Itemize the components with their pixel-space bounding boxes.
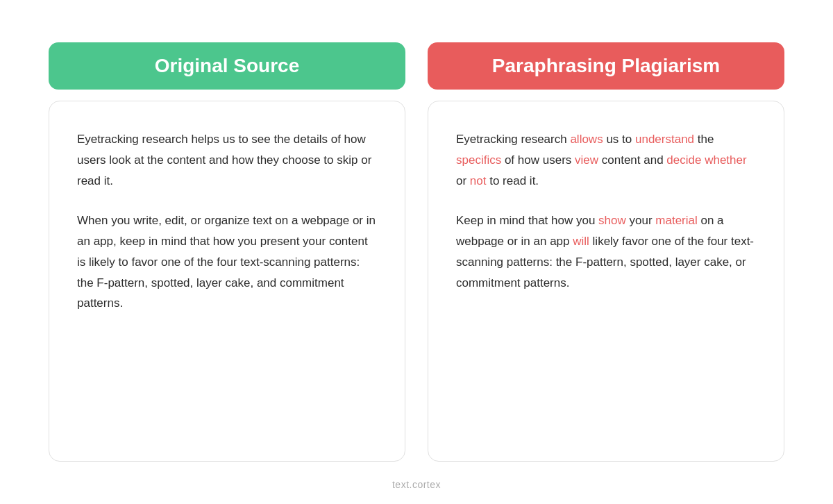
right-column: Paraphrasing Plagiarism Eyetracking rese…	[428, 42, 784, 462]
p2-text1: Keep in mind that how you	[456, 214, 598, 227]
p1-highlight-understand: understand	[635, 133, 694, 146]
p1-highlight-allows: allows	[570, 133, 603, 146]
p1-highlight-not: not	[470, 174, 487, 187]
watermark: text.cortex	[392, 479, 441, 490]
p1-text2: us to	[603, 133, 635, 146]
original-paragraph-1: Eyetracking research helps us to see the…	[77, 129, 377, 191]
p1-highlight-view: view	[575, 153, 598, 167]
plagiarism-paragraph-1: Eyetracking research allows us to unders…	[456, 129, 756, 191]
original-source-header: Original Source	[49, 42, 405, 90]
p1-highlight-decide: decide whether	[666, 153, 746, 167]
left-column: Original Source Eyetracking research hel…	[49, 42, 405, 462]
p2-highlight-will: will	[573, 235, 589, 248]
p2-highlight-show: show	[598, 214, 626, 227]
original-paragraph-2: When you write, edit, or organize text o…	[77, 210, 377, 314]
p1-text1: Eyetracking research	[456, 133, 570, 146]
p1-text5: content and	[598, 153, 666, 167]
p1-text4: of how users	[501, 153, 575, 167]
p2-highlight-material: material	[655, 214, 697, 227]
p1-text7: to read it.	[486, 174, 539, 187]
plagiarism-header: Paraphrasing Plagiarism	[428, 42, 784, 90]
plagiarism-paragraph-2: Keep in mind that how you show your mate…	[456, 210, 756, 293]
p1-text6: or	[456, 174, 470, 187]
main-container: Original Source Eyetracking research hel…	[49, 42, 784, 462]
original-source-card: Eyetracking research helps us to see the…	[49, 101, 405, 462]
p2-text2: your	[626, 214, 656, 227]
plagiarism-card: Eyetracking research allows us to unders…	[428, 101, 784, 462]
p1-highlight-specifics: specifics	[456, 153, 501, 167]
p1-text3: the	[694, 133, 714, 146]
